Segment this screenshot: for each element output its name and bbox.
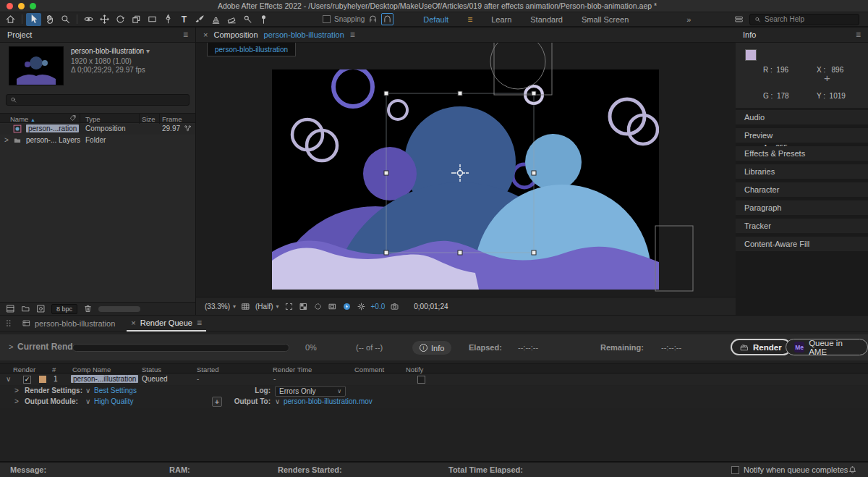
resolution-dropdown[interactable]: (Half)▾ [255,303,278,311]
render-info-button[interactable]: i Info [412,341,451,355]
chevron-right-icon[interactable]: > [4,136,9,144]
exposure-icon[interactable] [357,302,366,311]
queue-in-ame-button[interactable]: Me Queue in AME [786,339,868,355]
close-icon[interactable]: × [131,318,135,327]
zoom-tool[interactable] [58,13,73,26]
tab-render-queue[interactable]: × Render Queue ≡ [127,316,206,332]
info-panel-menu-icon[interactable]: ≡ [856,30,861,40]
home-icon[interactable] [3,13,18,26]
trash-icon[interactable] [83,304,93,313]
add-output-module-button[interactable]: + [212,397,222,407]
workspace-standard[interactable]: Standard [530,15,563,24]
snap-options-icon[interactable] [381,13,393,25]
column-render-time[interactable]: Render Time [273,366,312,373]
chevron-down-icon[interactable]: ∨ [6,375,11,383]
rotation-tool[interactable] [113,13,128,26]
panel-tab-tracker[interactable]: Tracker [736,219,868,233]
chevron-down-icon[interactable]: ∨ [275,397,280,405]
current-timecode[interactable]: 0;00;01;24 [414,303,448,311]
selection-tool[interactable] [26,13,41,26]
new-folder-icon[interactable] [21,304,30,313]
render-item-checkbox[interactable]: ✓ [23,376,31,384]
workspace-learn[interactable]: Learn [491,15,511,24]
notify-queue-checkbox[interactable] [731,466,739,474]
composition-tab[interactable]: person-blob-illustration [207,43,296,56]
workspace-default[interactable]: Default [423,15,448,24]
panel-drag-dots-icon[interactable] [6,319,11,327]
chevron-right-icon[interactable]: > [14,387,19,394]
render-queue-row[interactable]: ∨ ✓ 1 person-...illustration Queued - - [0,374,868,385]
project-row-name[interactable]: person-... Layers [26,136,80,144]
workspace-menu-icon[interactable]: ≡ [467,14,472,25]
exposure-value[interactable]: +0.0 [371,303,386,311]
log-dropdown[interactable]: Errors Only ∨ [275,386,346,397]
type-tool[interactable]: T [176,13,192,26]
composition-panel-menu-icon[interactable]: ≡ [350,30,355,40]
pen-tool[interactable] [161,13,176,26]
blob-purple-circle[interactable] [363,147,417,200]
snapshot-camera-icon[interactable] [390,302,399,311]
interpret-footage-icon[interactable] [6,304,15,313]
label-color-swatch[interactable] [39,376,46,383]
minimize-window-button[interactable] [18,3,25,9]
output-to-value[interactable]: person-blob-illustration.mov [284,397,373,405]
guides-icon[interactable] [328,302,337,311]
table-row[interactable]: > person-... Layers Folder [0,135,195,146]
output-module-value[interactable]: High Quality [94,397,133,405]
orbit-camera-tool[interactable] [81,13,96,26]
chevron-down-icon[interactable]: ∨ [85,387,90,394]
snap-to-features-icon[interactable] [368,14,378,24]
tab-composition[interactable]: Composition [213,30,258,39]
tab-project[interactable]: Project [7,30,32,39]
render-item-comp-name[interactable]: person-...illustration [71,375,138,383]
project-panel-menu-icon[interactable]: ≡ [183,30,188,40]
close-icon[interactable]: × [203,30,208,39]
eraser-tool[interactable] [224,13,239,26]
grid-options-icon[interactable] [241,302,250,311]
workspace-overflow-icon[interactable]: » [686,15,691,24]
notify-checkbox[interactable] [417,376,425,384]
hand-tool[interactable] [42,13,57,26]
render-button[interactable]: Render [731,339,791,355]
bell-icon[interactable] [848,465,857,475]
column-number[interactable]: # [52,366,56,373]
mask-visibility-icon[interactable] [313,302,323,311]
panel-tab-content-aware-fill[interactable]: Content-Aware Fill [736,237,868,251]
column-name[interactable]: Name ▲ [10,115,35,123]
shape-tool[interactable] [145,13,160,26]
table-row[interactable]: person-...ration Composition 29.97 [0,124,195,135]
chevron-down-icon[interactable]: ∨ [85,397,90,405]
clone-stamp-tool[interactable] [208,13,224,26]
project-item-title[interactable]: person-blob-illustration ▾ [71,47,150,55]
transparency-grid-icon[interactable] [299,302,308,311]
column-size[interactable]: Size [142,115,155,123]
pan-camera-tool[interactable] [97,13,112,26]
column-type[interactable]: Type [85,115,101,123]
render-queue-menu-icon[interactable]: ≡ [197,318,202,328]
column-started[interactable]: Started [197,366,219,373]
zoom-window-button[interactable] [30,3,36,9]
label-column-icon[interactable] [69,114,77,122]
project-scrollbar[interactable] [98,306,140,312]
close-window-button[interactable] [7,3,13,9]
tab-info[interactable]: Info [743,30,756,39]
panel-tab-libraries[interactable]: Libraries [736,164,868,179]
chevron-right-icon[interactable]: > [9,342,13,351]
puppet-pin-tool[interactable] [256,13,271,26]
composition-canvas[interactable] [196,43,736,297]
pan-behind-tool[interactable] [129,13,144,26]
panel-tab-paragraph[interactable]: Paragraph [736,200,868,215]
render-settings-value[interactable]: Best Settings [94,387,137,394]
tab-timeline-comp[interactable]: person-blob-illustration [18,316,119,332]
column-render[interactable]: Render [13,366,35,373]
region-of-interest-icon[interactable] [284,302,294,311]
panel-tab-character[interactable]: Character [736,182,868,197]
column-notify[interactable]: Notify [406,366,423,373]
magnification-dropdown[interactable]: (33.3%)▾ [205,303,236,311]
composition-header-comp-name[interactable]: person-blob-illustration [264,30,344,39]
help-search-input[interactable] [765,15,854,23]
panel-tab-audio[interactable]: Audio [736,110,868,124]
project-bpc-button[interactable]: 8 bpc [51,304,77,314]
new-composition-icon[interactable] [36,304,46,313]
workspace-small-screen[interactable]: Small Screen [582,15,629,24]
